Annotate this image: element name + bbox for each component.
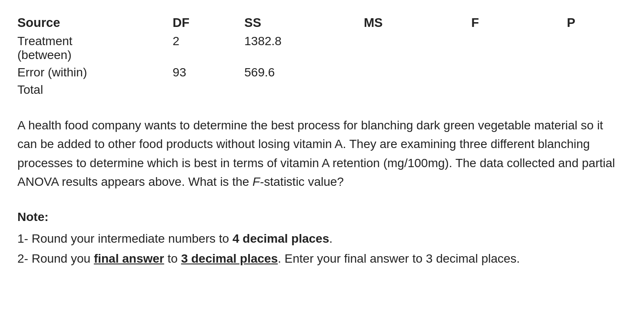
col-header-ms: MS: [364, 13, 471, 33]
note-line2-bold-underline2: 3 decimal places: [181, 252, 278, 265]
row2-ss: 569.6: [244, 64, 364, 81]
row3-p: [567, 81, 627, 99]
note-line2-middle: to: [164, 252, 181, 265]
row1-ss: 1382.8: [244, 33, 364, 64]
col-header-source: Source: [17, 13, 173, 33]
italic-f: F: [252, 175, 260, 188]
note-line1-bold: 4 decimal places: [232, 232, 329, 245]
note-line1-suffix: .: [329, 232, 333, 245]
col-header-df: DF: [173, 13, 244, 33]
row2-p: [567, 64, 627, 81]
anova-table: Source DF SS MS F P Treatment(between) 2…: [17, 13, 627, 99]
table-row: Error (within) 93 569.6: [17, 64, 627, 81]
note-line2-suffix: . Enter your final answer to 3 decimal p…: [278, 252, 520, 265]
table-row: Total: [17, 81, 627, 99]
row3-ms: [364, 81, 471, 99]
row3-f: [471, 81, 567, 99]
row1-df: 2: [173, 33, 244, 64]
col-header-p: P: [567, 13, 627, 33]
note-section: Note: 1- Round your intermediate numbers…: [17, 207, 626, 269]
col-header-ss: SS: [244, 13, 364, 33]
col-header-f: F: [471, 13, 567, 33]
description-paragraph: A health food company wants to determine…: [17, 116, 626, 191]
row1-f: [471, 33, 567, 64]
row2-ms: [364, 64, 471, 81]
note-line2-bold-underline1: final answer: [94, 252, 164, 265]
row2-source: Error (within): [17, 64, 173, 81]
row1-p: [567, 33, 627, 64]
note-line2: 2- Round you final answer to 3 decimal p…: [17, 249, 626, 269]
row2-f: [471, 64, 567, 81]
note-line1: 1- Round your intermediate numbers to 4 …: [17, 229, 626, 249]
note-line1-prefix: 1- Round your intermediate numbers to: [17, 232, 232, 245]
row3-source: Total: [17, 81, 173, 99]
row1-ms: [364, 33, 471, 64]
note-line2-prefix: 2- Round you: [17, 252, 94, 265]
row1-source: Treatment(between): [17, 33, 173, 64]
row3-df: [173, 81, 244, 99]
table-row: Treatment(between) 2 1382.8: [17, 33, 627, 64]
note-title: Note:: [17, 207, 626, 227]
row2-df: 93: [173, 64, 244, 81]
row3-ss: [244, 81, 364, 99]
